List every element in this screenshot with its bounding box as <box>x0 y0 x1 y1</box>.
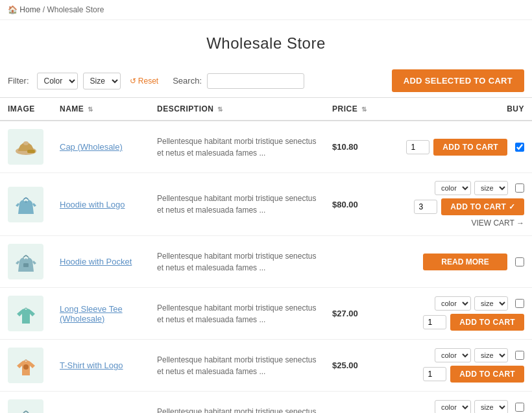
size-variant-select[interactable]: size <box>474 296 508 311</box>
breadcrumb: 🏠 Home / Wholesale Store <box>0 0 532 20</box>
product-buy-4: color size ADD TO CART <box>383 340 532 392</box>
col-header-name: NAME ⇅ <box>52 98 149 121</box>
product-desc-2: Pellentesque habitant morbi tristique se… <box>149 236 324 288</box>
table-header-row: IMAGE NAME ⇅ DESCRIPTION ⇅ PRICE ⇅ BUY <box>0 98 532 121</box>
size-variant-select[interactable]: size <box>474 348 508 362</box>
variant-select-row: color size <box>435 181 524 195</box>
view-cart-link[interactable]: VIEW CART → <box>471 218 524 228</box>
quantity-input[interactable] <box>423 367 446 381</box>
buy-controls: ADD TO CART <box>391 139 524 156</box>
buy-row: READ MORE <box>423 254 524 270</box>
product-name-5: Hoodie with Zipper <box>52 392 149 414</box>
product-image-1 <box>0 173 52 236</box>
product-name-link[interactable]: Cap (Wholesale) <box>60 142 123 152</box>
color-filter[interactable]: Color <box>37 73 78 89</box>
product-name-4: T-Shirt with Logo <box>52 340 149 392</box>
buy-row: ADD TO CART <box>423 366 524 383</box>
product-description: Pellentesque habitant morbi tristique se… <box>157 252 316 272</box>
buy-controls: READ MORE <box>391 254 524 270</box>
color-variant-select[interactable]: color <box>435 400 471 413</box>
search-label: Search: <box>173 76 202 86</box>
buy-row: ADD TO CART <box>423 314 524 331</box>
product-thumbnail <box>8 244 43 279</box>
product-image-5 <box>0 392 52 414</box>
product-name-link[interactable]: Long Sleeve Tee (Wholesale) <box>60 304 123 324</box>
col-header-description: DESCRIPTION ⇅ <box>149 98 324 121</box>
product-name-link[interactable]: T-Shirt with Logo <box>60 360 123 370</box>
product-image-3 <box>0 288 52 340</box>
variant-select-row: color size <box>435 296 524 311</box>
quantity-input[interactable] <box>423 315 446 329</box>
product-desc-4: Pellentesque habitant morbi tristique se… <box>149 340 324 392</box>
add-to-cart-button[interactable]: ADD TO CART <box>450 314 524 331</box>
search-input[interactable] <box>207 73 304 89</box>
product-price-value: $27.00 <box>332 309 358 318</box>
home-icon: 🏠 <box>8 5 18 14</box>
svg-point-4 <box>23 364 29 370</box>
product-price-value: $10.80 <box>332 142 358 152</box>
product-table: IMAGE NAME ⇅ DESCRIPTION ⇅ PRICE ⇅ BUY C… <box>0 97 532 413</box>
row-select-checkbox[interactable] <box>515 183 524 193</box>
product-name-2: Hoodie with Pocket <box>52 236 149 288</box>
row-select-checkbox[interactable] <box>515 257 524 266</box>
table-row: Hoodie with LogoPellentesque habitant mo… <box>0 173 532 236</box>
product-name-link[interactable]: Hoodie with Logo <box>60 200 125 209</box>
quantity-input[interactable] <box>414 200 437 214</box>
reset-button[interactable]: ↺ Reset <box>126 74 163 88</box>
quantity-input[interactable] <box>406 140 429 154</box>
table-row: Hoodie with PocketPellentesque habitant … <box>0 236 532 288</box>
size-variant-select[interactable]: size <box>474 181 508 195</box>
table-row: T-Shirt with LogoPellentesque habitant m… <box>0 340 532 392</box>
buy-controls: color size ADD TO CART <box>391 400 524 413</box>
desc-sort-icon[interactable]: ⇅ <box>217 106 223 113</box>
product-price-value: $80.00 <box>332 200 358 209</box>
row-select-checkbox[interactable] <box>515 403 524 412</box>
svg-rect-1 <box>27 150 35 153</box>
product-buy-5: color size ADD TO CART <box>383 392 532 414</box>
price-sort-icon[interactable]: ⇅ <box>361 106 367 113</box>
size-filter[interactable]: Size <box>83 73 121 89</box>
product-desc-5: Pellentesque habitant morbi tristique se… <box>149 392 324 414</box>
product-name-link[interactable]: Hoodie with Pocket <box>60 257 132 266</box>
product-image-0 <box>0 121 52 173</box>
product-name-3: Long Sleeve Tee (Wholesale) <box>52 288 149 340</box>
product-description: Pellentesque habitant morbi tristique se… <box>157 355 316 376</box>
variant-select-row: color size <box>435 348 524 362</box>
add-to-cart-button[interactable]: ADD TO CART <box>450 366 524 383</box>
read-more-button[interactable]: READ MORE <box>423 254 507 270</box>
row-select-checkbox[interactable] <box>515 299 524 308</box>
add-to-cart-button[interactable]: ADD TO CART <box>433 139 507 156</box>
variant-select-row: color size <box>435 400 524 413</box>
filter-label: Filter: <box>8 76 29 86</box>
product-name-0: Cap (Wholesale) <box>52 121 149 173</box>
product-buy-3: color size ADD TO CART <box>383 288 532 340</box>
product-description: Pellentesque habitant morbi tristique se… <box>157 303 316 324</box>
buy-row: ADD TO CART ✓ <box>414 198 524 215</box>
product-thumbnail <box>8 399 43 413</box>
product-description: Pellentesque habitant morbi tristique se… <box>157 407 316 414</box>
product-buy-1: color size ADD TO CART ✓ VIEW CART → <box>383 173 532 236</box>
product-desc-0: Pellentesque habitant morbi tristique se… <box>149 121 324 173</box>
svg-point-2 <box>23 141 29 145</box>
product-price-value: $25.00 <box>332 360 358 370</box>
color-variant-select[interactable]: color <box>435 296 471 311</box>
color-variant-select[interactable]: color <box>435 181 471 195</box>
toolbar: Filter: Color Size ↺ Reset Search: ADD S… <box>0 64 532 97</box>
row-select-checkbox[interactable] <box>515 351 524 360</box>
color-variant-select[interactable]: color <box>435 348 471 362</box>
buy-controls: color size ADD TO CART ✓ VIEW CART → <box>391 181 524 228</box>
table-row: Long Sleeve Tee (Wholesale)Pellentesque … <box>0 288 532 340</box>
col-header-buy: BUY <box>383 98 532 121</box>
name-sort-icon[interactable]: ⇅ <box>88 106 93 113</box>
table-row: Cap (Wholesale)Pellentesque habitant mor… <box>0 121 532 173</box>
add-to-cart-button[interactable]: ADD TO CART ✓ <box>441 198 524 215</box>
row-select-checkbox[interactable] <box>515 143 524 152</box>
product-image-4 <box>0 340 52 392</box>
col-header-price: PRICE ⇅ <box>324 98 383 121</box>
breadcrumb-current: Wholesale Store <box>47 5 104 14</box>
breadcrumb-home[interactable]: Home <box>19 5 40 14</box>
product-buy-0: ADD TO CART <box>383 121 532 173</box>
size-variant-select[interactable]: size <box>474 400 508 413</box>
add-selected-button[interactable]: ADD SELECTED TO CART <box>392 69 524 92</box>
buy-row: ADD TO CART <box>406 139 524 156</box>
